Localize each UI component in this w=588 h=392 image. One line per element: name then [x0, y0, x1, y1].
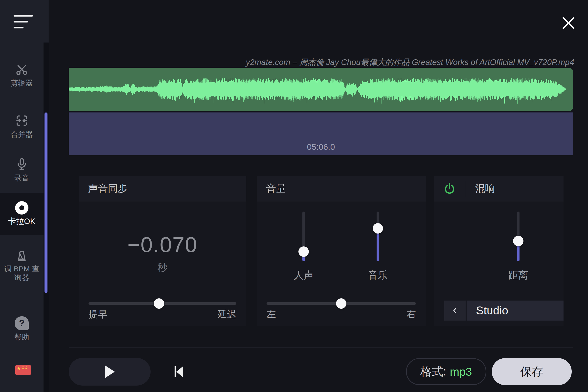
play-icon [105, 365, 115, 378]
sync-earlier-label: 提早 [89, 308, 107, 320]
sync-delay-label: 延迟 [218, 308, 236, 320]
reverb-distance-slider[interactable] [513, 212, 523, 261]
sidebar-item-label: 询器 [0, 273, 44, 282]
play-button[interactable] [69, 358, 151, 386]
sidebar-item-label: 调 BPM 查 [0, 264, 44, 273]
format-button[interactable]: 格式: mp3 [406, 358, 486, 385]
sidebar-item-label: 帮助 [0, 333, 44, 341]
music-label: 音乐 [353, 268, 403, 282]
sidebar-item-recorder[interactable]: 录音 [0, 157, 44, 182]
question-icon: ? [0, 316, 44, 330]
merge-icon [0, 114, 44, 128]
reverb-preset-selector: Studio [444, 300, 563, 320]
slider-thumb[interactable] [298, 246, 309, 257]
hamburger-menu-icon[interactable] [14, 14, 34, 30]
footer-divider [69, 348, 573, 348]
duration-label: 05:06.0 [69, 142, 573, 152]
china-flag-language-button[interactable]: ★ ★ ★★ ★ [15, 365, 31, 375]
balance-right-label: 右 [406, 308, 416, 320]
sidebar-item-bpm-finder[interactable]: 调 BPM 查 询器 [0, 250, 44, 282]
format-value: mp3 [450, 365, 472, 378]
panel-header: 音量 [257, 176, 426, 202]
sidebar: 剪辑器 合并器 录音 [0, 0, 49, 392]
app-window: 剪辑器 合并器 录音 [0, 0, 588, 392]
vocal-label: 人声 [279, 268, 328, 282]
distance-label: 距离 [493, 268, 543, 282]
skip-to-start-button[interactable] [174, 366, 184, 378]
sync-offset-unit: 秒 [79, 262, 246, 273]
vocal-volume-slider[interactable] [298, 212, 309, 261]
sidebar-item-karaoke[interactable]: 卡拉OK [0, 201, 44, 226]
sync-offset-value: −0.070 [79, 234, 246, 256]
balance-slider[interactable] [267, 298, 416, 308]
sidebar-scrollbar-thumb[interactable] [45, 112, 48, 293]
panel-title: 声音同步 [88, 176, 128, 201]
panel-sound-sync: 声音同步 −0.070 秒 提早 延迟 [79, 176, 246, 326]
format-label: 格式: [420, 364, 446, 380]
panel-reverb: 混响 距离 Studio [434, 176, 563, 326]
preset-previous-button[interactable] [444, 300, 466, 320]
slider-thumb[interactable] [373, 223, 383, 234]
slider-thumb[interactable] [154, 298, 164, 309]
sidebar-item-label: 合并器 [0, 130, 44, 139]
save-button[interactable]: 保存 [492, 358, 572, 385]
metronome-icon [0, 250, 44, 263]
panel-header: 声音同步 [79, 176, 246, 202]
save-label: 保存 [520, 364, 543, 380]
audio-waveform[interactable] [69, 68, 573, 111]
sidebar-item-label: 录音 [0, 174, 44, 182]
main-area: y2mate.com – 周杰倫 Jay Chou最偉大的作品 Greatest… [49, 0, 588, 392]
close-icon[interactable] [561, 16, 576, 30]
loaded-file-name: y2mate.com – 周杰倫 Jay Chou最偉大的作品 Greatest… [246, 57, 574, 68]
panel-volume: 音量 人声 音乐 左 右 [257, 176, 426, 326]
sync-offset-slider[interactable] [89, 298, 236, 308]
power-icon[interactable] [443, 182, 456, 195]
disc-icon [0, 201, 44, 214]
sidebar-item-editor[interactable]: 剪辑器 [0, 63, 44, 87]
microphone-icon [0, 157, 44, 171]
header-divider [465, 180, 465, 197]
sidebar-item-help[interactable]: ? 帮助 [0, 316, 44, 341]
skip-to-start-icon [174, 366, 184, 378]
panel-header: 混响 [434, 176, 563, 202]
sidebar-item-label: 剪辑器 [0, 78, 44, 87]
panel-title: 音量 [266, 176, 286, 201]
slider-thumb[interactable] [513, 236, 523, 246]
sidebar-item-merger[interactable]: 合并器 [0, 114, 44, 139]
panel-title: 混响 [475, 176, 495, 201]
sidebar-item-label: 卡拉OK [0, 217, 44, 226]
timeline-track[interactable]: 05:06.0 [69, 112, 573, 155]
preset-value[interactable]: Studio [467, 300, 563, 320]
balance-left-label: 左 [267, 308, 276, 320]
scissors-icon [0, 63, 44, 76]
slider-thumb[interactable] [336, 298, 346, 309]
music-volume-slider[interactable] [373, 212, 383, 261]
